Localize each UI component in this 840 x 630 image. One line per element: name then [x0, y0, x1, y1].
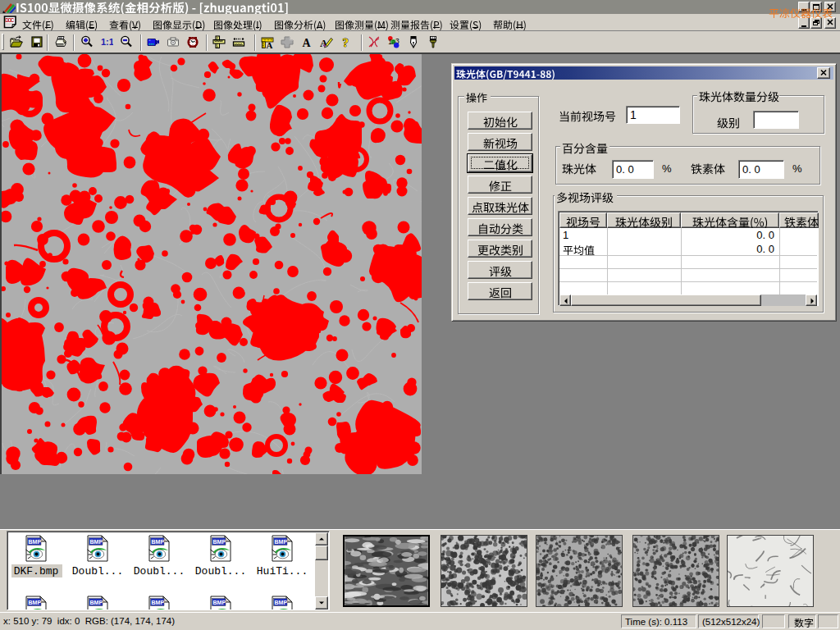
svg-text:BMP: BMP [90, 600, 103, 605]
svg-text:DOC: DOC [5, 17, 14, 23]
svg-text:BMP: BMP [152, 600, 165, 605]
svg-text:A: A [267, 40, 273, 49]
svg-text:1:1: 1:1 [101, 37, 113, 47]
svg-text:BMP: BMP [275, 600, 288, 605]
svg-text:A: A [303, 37, 312, 49]
svg-text:?: ? [343, 36, 349, 49]
svg-text:BMP: BMP [213, 600, 226, 605]
svg-text:BMP: BMP [29, 600, 42, 605]
svg-text:A: A [320, 37, 328, 48]
